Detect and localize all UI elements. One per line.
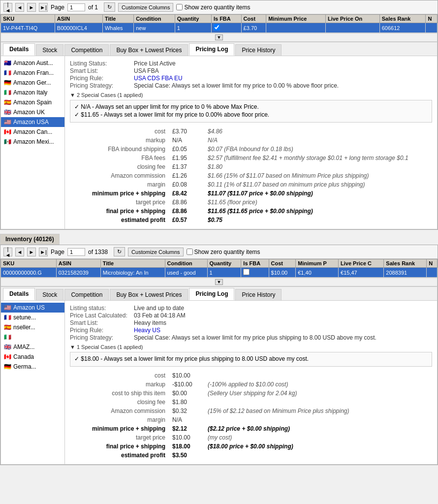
calc-label-ship-2: cost to ship this item (71, 389, 169, 397)
marketplace-name: Amazon Ger... (13, 79, 51, 86)
cell-asin: B00000ICL4 (55, 23, 102, 33)
cell-cost-2: $10.00 (269, 268, 296, 278)
cell-isfba (211, 23, 241, 33)
nav-prev-btn[interactable]: ◄ (15, 3, 24, 12)
tab-buybox[interactable]: Buy Box + Lowest Prices (110, 44, 188, 56)
calc-label-profit: estimated profit (71, 216, 169, 224)
calc-label-closing-2: closing fee (71, 398, 169, 406)
calc-row-cost: cost £3.70 $4.86 (71, 127, 431, 135)
flag-es-2: 🇪🇸 (4, 324, 11, 331)
tab-stock[interactable]: Stock (36, 44, 63, 56)
calc-table-2: cost $10.00 markup -$10.00 (-100% applie… (70, 371, 432, 460)
scroll-down-btn-2[interactable]: ▼ (215, 279, 223, 285)
nav-last-btn[interactable]: ►| (39, 3, 48, 12)
smart-list-value-2: Heavy items (134, 319, 166, 326)
show-zero-label[interactable]: Show zero quantity items (176, 4, 250, 11)
calc-label-fba-fees: FBA fees (71, 154, 169, 162)
table-row[interactable]: 1V-P44T-TI4Q B00000ICL4 Whales new 1 £3.… (1, 23, 438, 33)
calc-val1-closing: £1.37 (170, 163, 205, 171)
calc-val2-margin-2 (206, 416, 431, 424)
marketplace-item-de[interactable]: 🇩🇪 Amazon Ger... (1, 78, 64, 88)
tab-competition-2[interactable]: Competition (64, 289, 109, 300)
nav-last-btn-2[interactable]: ►| (39, 248, 48, 256)
tab-pricinglog-2[interactable]: Pricing Log (189, 288, 234, 300)
nav-next-btn-2[interactable]: ► (27, 248, 36, 256)
cell-asin-2: 0321582039 (56, 268, 100, 278)
listing-status-value-2: Live and up to date (134, 305, 184, 312)
grid-header-row: SKU ASIN Title Condition Quantity Is FBA… (1, 15, 438, 23)
calc-label-markup: markup (71, 136, 169, 144)
marketplace-item-gb[interactable]: 🇬🇧 Amazon UK (1, 107, 64, 117)
nav-first-btn-2[interactable]: |◄ (3, 248, 12, 256)
refresh-btn-2[interactable]: ↻ (114, 247, 125, 256)
calc-label-margin-2: margin (71, 416, 169, 424)
tab-pricehistory-2[interactable]: Price History (235, 289, 282, 300)
tab-details-2[interactable]: Details (3, 288, 35, 300)
tab-competition[interactable]: Competition (64, 44, 109, 56)
calc-label-profit-2: estimated profit (71, 451, 169, 459)
tab-pricinglog[interactable]: Pricing Log (189, 43, 234, 56)
of-label-2: of 1338 (88, 249, 108, 255)
calc-val1-target: £8.86 (170, 198, 205, 206)
tab-buybox-2[interactable]: Buy Box + Lowest Prices (110, 289, 188, 300)
marketplace-item-fr[interactable]: 🇫🇷 Amazon Fran... (1, 68, 64, 78)
tab-pricehistory[interactable]: Price History (235, 44, 282, 56)
nav-first-btn[interactable]: |◄ (3, 3, 12, 12)
special-cases-toggle[interactable]: ▼ 2 Special Cases (1 applied) (70, 92, 432, 98)
calc-val1-fba-fees: £1.95 (170, 154, 205, 162)
marketplace-item-it-2[interactable]: 🇮🇹 (1, 332, 64, 342)
calc-label-final: final price + shipping (71, 207, 169, 215)
marketplace-item-ca[interactable]: 🇨🇦 Amazon Can... (1, 127, 64, 137)
scroll-down-btn[interactable]: ▼ (215, 34, 223, 40)
calc-row-profit-2: estimated profit $3.50 (71, 451, 431, 459)
special-cases-box: ✓ N/A - Always set an upper limit for my… (70, 100, 432, 123)
marketplace-item-es[interactable]: 🇪🇸 Amazon Spain (1, 97, 64, 107)
of-label: of 1 (88, 4, 98, 11)
page-input[interactable] (67, 3, 85, 11)
grid-1: SKU ASIN Title Condition Quantity Is FBA… (0, 14, 438, 33)
refresh-btn[interactable]: ↻ (104, 2, 115, 12)
marketplace-item-gb-2[interactable]: 🇬🇧 AMAZ... (1, 342, 64, 352)
calc-label-commission: Amazon commission (71, 172, 169, 180)
col-sku: SKU (1, 15, 55, 23)
show-zero-label-2[interactable]: Show zero quantity items (187, 249, 260, 255)
tab-stock-2[interactable]: Stock (36, 289, 63, 300)
nav-prev-btn-2[interactable]: ◄ (15, 248, 24, 256)
calc-label-cost-2: cost (71, 372, 169, 379)
table-row-2[interactable]: 00000000000.G 0321582039 Microbiology: A… (1, 268, 438, 278)
nav-next-btn[interactable]: ► (27, 3, 36, 12)
marketplace-item-ca-2[interactable]: 🇨🇦 Canada (1, 352, 64, 362)
marketplace-name-2: setune... (13, 314, 36, 321)
marketplace-item-au[interactable]: 🇦🇺 Amazon Aust... (1, 58, 64, 68)
marketplace-item-us[interactable]: 🇺🇸 Amazon USA (1, 117, 64, 127)
special-case-2-1: ✓ $18.00 - Always set a lower limit for … (74, 355, 428, 362)
info-section-1: Listing Status: Price List Active Smart … (70, 60, 432, 89)
page-label: Page (51, 4, 64, 11)
col-cost: Cost (241, 15, 266, 23)
calc-val2-min-price: $11.07 ($11.07 price + $0.00 shipping) (206, 189, 431, 197)
calc-label-closing: closing fee (71, 163, 169, 171)
page-input-2[interactable] (67, 248, 85, 256)
col-minprice-2: Minimum P (296, 259, 339, 268)
col-quantity: Quantity (175, 15, 211, 23)
pricing-rule-value-2[interactable]: Heavy US (134, 327, 160, 334)
marketplace-item-de-2[interactable]: 🇩🇪 Germa... (1, 362, 64, 372)
flag-us: 🇺🇸 (4, 119, 11, 126)
detail-panel-2: Details Stock Competition Buy Box + Lowe… (0, 286, 438, 465)
special-cases-toggle-2[interactable]: ▼ 1 Special Cases (1 applied) (70, 344, 432, 350)
col-n-2: N (427, 259, 438, 268)
show-zero-checkbox[interactable] (176, 4, 183, 10)
cell-liveprice-2: €15,47 (339, 268, 384, 278)
marketplace-item-mx[interactable]: 🇲🇽 Amazon Mexi... (1, 137, 64, 147)
marketplace-item-us-2[interactable]: 🇺🇸 Amazon US (1, 303, 64, 313)
customize-columns-btn-2[interactable]: Customize Columns (128, 248, 183, 256)
pricing-rule-value[interactable]: USA CDS FBA EU (134, 75, 183, 82)
calc-label-markup-2: markup (71, 380, 169, 388)
marketplace-item-es-2[interactable]: 🇪🇸 nseller... (1, 322, 64, 332)
marketplace-list-2: 🇺🇸 Amazon US 🇫🇷 setune... 🇪🇸 nseller... … (1, 301, 65, 464)
marketplace-item-fr-2[interactable]: 🇫🇷 setune... (1, 313, 64, 322)
customize-columns-btn[interactable]: Customize Columns (118, 3, 173, 12)
tab-details[interactable]: Details (3, 43, 35, 56)
show-zero-checkbox-2[interactable] (187, 249, 193, 255)
marketplace-item-it[interactable]: 🇮🇹 Amazon Italy (1, 88, 64, 97)
